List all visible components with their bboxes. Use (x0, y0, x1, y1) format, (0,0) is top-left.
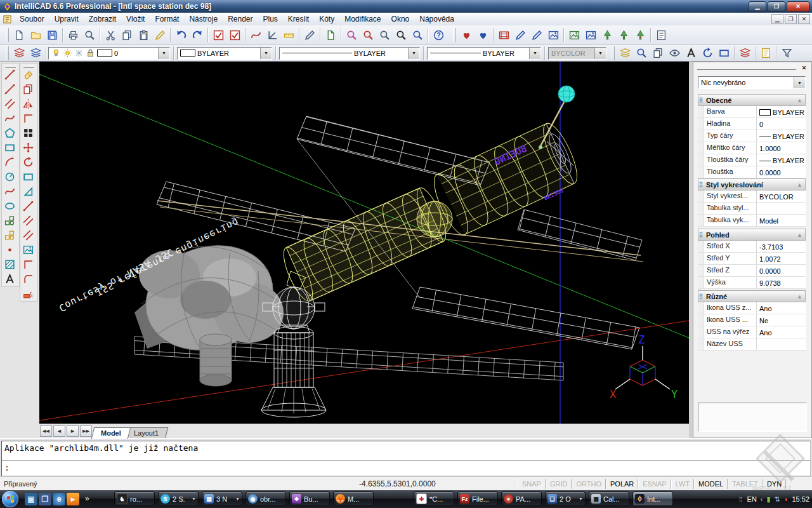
taskbar-button-calc[interactable]: ▦ Cal... (589, 491, 629, 506)
extend-icon[interactable] (20, 228, 36, 243)
tab-next-button[interactable]: ▶ (67, 425, 79, 437)
rectangle-icon[interactable] (2, 140, 18, 155)
menu-kreslit[interactable]: Kreslit (283, 13, 314, 25)
mapping-icon[interactable] (545, 27, 561, 43)
mdi-restore-button[interactable]: ❐ (785, 14, 797, 24)
color-combo[interactable]: BYLAYER ▼ (177, 47, 272, 60)
layer-combo[interactable]: 0 ▼ (48, 47, 170, 60)
fillet-icon[interactable] (20, 257, 36, 272)
polyline-edit-icon[interactable] (247, 27, 264, 43)
prop-row-vyska[interactable]: Výška 9.0738 (698, 277, 806, 289)
mdi-minimize-button[interactable]: ▁ (771, 14, 783, 24)
explorer-layers-icon[interactable] (617, 46, 633, 61)
menu-vlozit[interactable]: Vložit (121, 13, 150, 25)
sketch-icon[interactable] (2, 111, 18, 126)
undo-icon[interactable] (173, 27, 189, 43)
ellipse-icon[interactable] (2, 199, 18, 213)
start-button[interactable] (2, 491, 18, 507)
taskbar-button-7[interactable]: ✚ *C... (414, 491, 454, 506)
prop-row-tloustka[interactable]: Tlouštka 0.0000 (698, 166, 806, 178)
erase-icon[interactable] (20, 67, 36, 82)
named-views-icon[interactable] (716, 46, 732, 61)
tab-model[interactable]: Model (91, 427, 131, 439)
panel-grip[interactable] (697, 65, 796, 70)
toggle-ortho[interactable]: ORTHO (572, 479, 606, 489)
paste-icon[interactable] (135, 27, 152, 43)
lineweight-combo-arrow[interactable]: ▼ (529, 48, 540, 59)
tab-prev-button[interactable]: ◀ (53, 425, 65, 437)
collapse-icon[interactable]: ▲ (797, 182, 802, 188)
menu-koty[interactable]: Kóty (314, 13, 339, 25)
ruler-icon[interactable] (280, 27, 297, 43)
drawing-viewport[interactable]: BOEING BOEING (39, 62, 689, 424)
tab-layout1[interactable]: Layout1 (124, 427, 169, 439)
properties-panel-icon[interactable] (757, 46, 774, 61)
prop-row-styl-vykresl[interactable]: Styl vykresl... BYCOLOR (698, 190, 806, 203)
hide-icon[interactable] (475, 27, 491, 43)
close-button[interactable]: ✕ (787, 1, 809, 12)
prop-row-uss-na-vyrez[interactable]: USS na výřez Ano (698, 326, 806, 338)
arc-icon[interactable] (2, 155, 18, 170)
toggle-polar[interactable]: POLAR (606, 479, 638, 489)
tray-grip[interactable]: ⣿ (739, 497, 743, 502)
prop-row-tabulka-vyk[interactable]: Tabulka vyk... Model (698, 215, 806, 227)
zoom-window-icon[interactable] (393, 27, 409, 43)
ucs-dialog-icon[interactable] (699, 46, 716, 61)
help-icon[interactable] (430, 27, 447, 43)
landscape-library-icon[interactable] (632, 27, 648, 43)
angle-icon[interactable] (264, 27, 280, 43)
menu-upravit[interactable]: Upravit (49, 13, 84, 25)
prop-row-meritko-cary[interactable]: Měřítko čáry 1.0000 (698, 142, 806, 154)
section-ruzne-header[interactable]: ⣿ Různé ▲ (698, 290, 806, 302)
linetype-combo[interactable]: BYLAYER ▼ (279, 47, 420, 60)
taskbar-button-opera[interactable]: ❏ 2 O▼ (545, 491, 586, 506)
tab-first-button[interactable]: ◀◀ (40, 425, 52, 437)
explode-icon[interactable] (20, 286, 36, 301)
volume-icon[interactable]: ◖ (784, 495, 789, 503)
viewport-icon[interactable] (20, 170, 36, 184)
layer-combo-arrow[interactable]: ▼ (158, 48, 169, 59)
offset-icon[interactable] (20, 111, 36, 126)
section-pohled-header[interactable]: ⣿ Pohled ▲ (698, 229, 806, 241)
menu-zobrazit[interactable]: Zobrazit (84, 13, 121, 25)
menu-nastroje[interactable]: Nástroje (184, 13, 223, 25)
toggle-dyn[interactable]: DYN (763, 479, 786, 489)
format-brush-icon[interactable] (152, 27, 168, 43)
collapse-icon[interactable]: ▲ (797, 293, 802, 300)
restore-button[interactable]: ❐ (768, 1, 785, 12)
menu-format[interactable]: Formát (150, 13, 184, 25)
move-icon[interactable] (20, 140, 36, 155)
layers-flat-icon[interactable] (11, 46, 27, 61)
make-block-icon[interactable] (2, 228, 18, 243)
prop-row-tabulka-styl[interactable]: Tabulka styl... (698, 203, 806, 215)
zoom-page-icon[interactable] (650, 46, 666, 61)
render-icon[interactable] (458, 27, 475, 43)
taskbar-button-4[interactable]: ◉ obr... (246, 491, 286, 506)
color-combo-arrow[interactable]: ▼ (260, 48, 272, 59)
collapse-icon[interactable]: ▲ (797, 232, 802, 238)
background-icon[interactable] (566, 27, 582, 43)
taskbar-button-9[interactable]: ● PA... (501, 491, 542, 506)
toggle-tablet[interactable]: TABLET (728, 479, 763, 489)
landscape-edit-icon[interactable] (615, 27, 632, 43)
prop-row-typ-cary[interactable]: Typ čáry BYLAYER (698, 130, 806, 142)
print-icon[interactable] (65, 27, 81, 43)
save-icon[interactable] (44, 27, 60, 43)
copy-entity-icon[interactable] (20, 82, 36, 97)
zoom-in-icon[interactable] (360, 27, 376, 43)
pan-icon[interactable] (322, 27, 339, 43)
internet-explorer-icon[interactable]: e (53, 493, 65, 505)
point-icon[interactable] (2, 243, 18, 257)
minimize-button[interactable]: ▁ (749, 1, 766, 12)
line-icon[interactable] (2, 67, 18, 82)
lengthen-icon[interactable] (20, 199, 36, 213)
print-preview-icon[interactable] (81, 27, 98, 43)
statistics-icon[interactable] (653, 27, 669, 43)
menu-napoveda[interactable]: Nápověda (414, 13, 459, 25)
menu-soubor[interactable]: Soubor (15, 13, 49, 25)
zoom-out-icon[interactable] (376, 27, 393, 43)
window-switcher-icon[interactable]: ❐ (39, 493, 51, 505)
clock[interactable]: 15:52 (792, 495, 809, 503)
show-desktop-icon[interactable]: ▣ (25, 493, 37, 505)
media-player-icon[interactable]: ▸ (67, 493, 79, 505)
